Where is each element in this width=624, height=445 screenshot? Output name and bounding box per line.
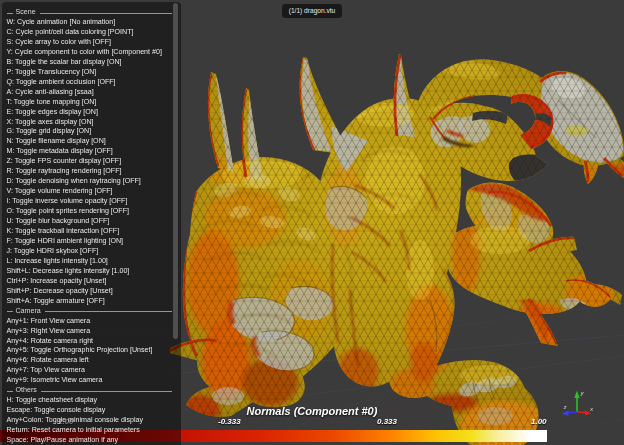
svg-text:y: y [580,389,585,396]
svg-text:z: z [563,403,568,410]
svg-text:x: x [589,405,594,412]
